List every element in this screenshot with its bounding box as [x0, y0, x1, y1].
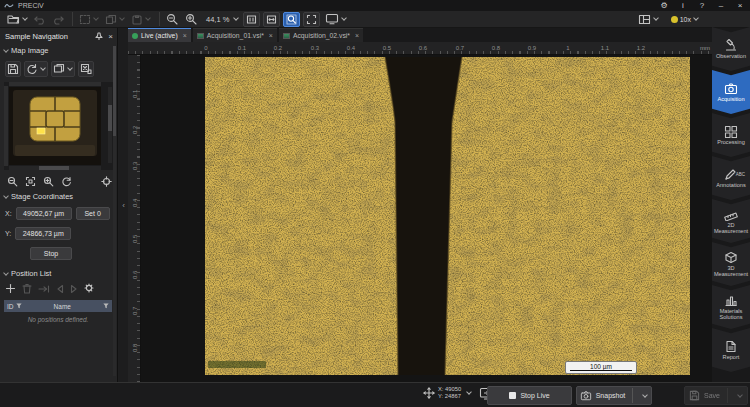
undo-button[interactable] — [32, 13, 48, 26]
column-name[interactable]: Name — [22, 303, 104, 310]
sidebar-item-acquisition[interactable]: Acquisition — [712, 70, 750, 114]
previous-position-icon[interactable] — [56, 284, 64, 294]
vertical-ruler: 0.1 0.2 0.3 0.4 0.5 0.6 0.7 0.8 — [128, 55, 141, 382]
objective-selector[interactable]: 10x — [669, 15, 701, 24]
next-position-icon[interactable] — [70, 284, 78, 294]
view-actual-size-button[interactable] — [243, 12, 260, 27]
specimen-live-image[interactable] — [205, 57, 690, 375]
sidebar-item-observation[interactable]: Observation — [712, 27, 750, 71]
stop-live-button[interactable]: Stop Live — [487, 386, 572, 405]
open-file-button[interactable] — [5, 12, 30, 26]
pin-icon[interactable] — [95, 32, 103, 40]
column-id[interactable]: ID — [7, 303, 14, 310]
delete-map-button[interactable] — [78, 61, 94, 77]
sidebar-item-2d-measurement[interactable]: 2D Measurement — [712, 199, 750, 243]
tab-close-icon[interactable]: × — [269, 32, 273, 39]
map-stage-move-button[interactable] — [99, 174, 114, 189]
stage-stop-button[interactable]: Stop — [30, 247, 72, 260]
info-icon[interactable]: i — [677, 1, 689, 10]
tab-live[interactable]: Live (active) × — [128, 28, 191, 42]
sidebar-item-label: 3D Measurement — [713, 265, 749, 278]
smartcard-chip-overview[interactable] — [9, 87, 101, 165]
tab-close-icon[interactable]: × — [355, 32, 359, 39]
sidebar-item-label: Observation — [713, 53, 749, 59]
minimize-icon[interactable]: – — [715, 1, 727, 10]
live-image-canvas[interactable]: 0.1 0.2 0.3 0.4 0.5 0.6 0.7 0.8 — [128, 55, 712, 382]
map-zoom-in-button[interactable] — [41, 174, 56, 189]
copy-icon — [105, 14, 117, 25]
fullscreen-icon — [306, 14, 317, 25]
map-ruler-vertical — [4, 86, 8, 166]
zoom-level-value: 44,1 % — [204, 15, 231, 24]
map-rotate-button[interactable] — [59, 174, 74, 189]
sidebar-item-report[interactable]: Report — [712, 328, 750, 372]
tab-acquisition-02[interactable]: Acquisition_02.vsi* × — [279, 28, 363, 42]
save-button[interactable]: Save — [684, 386, 748, 405]
horizontal-ruler: 0 0.1 0.2 0.3 0.4 0.5 0.6 0.7 0.8 0.9 1 … — [128, 42, 712, 55]
tab-label: Live (active) — [141, 32, 178, 39]
save-dropdown-icon[interactable] — [737, 392, 743, 398]
save-icon — [689, 390, 700, 401]
stop-square-icon — [509, 392, 516, 399]
display-mode-button[interactable] — [323, 12, 349, 26]
tab-close-icon[interactable]: × — [183, 32, 187, 39]
goto-position-icon[interactable] — [38, 284, 50, 294]
section-position-list[interactable]: Position List — [4, 269, 114, 278]
refresh-icon — [26, 63, 38, 75]
map-overlay-button[interactable] — [51, 61, 75, 77]
snapshot-button[interactable]: Snapshot — [576, 386, 652, 405]
map-fit-button[interactable] — [23, 174, 38, 189]
zoom-in-button[interactable] — [183, 12, 200, 26]
sidebar-item-annotations[interactable]: ABC Annotations — [712, 156, 750, 200]
section-label: Position List — [11, 269, 51, 278]
fit-width-button[interactable] — [263, 12, 280, 27]
bottom-action-bar: X: 49050 Y: 24867 Stop Live Snapshot — [0, 382, 750, 407]
position-settings-gear-icon[interactable] — [84, 283, 96, 294]
section-map-image[interactable]: Map Image — [4, 46, 114, 55]
snapshot-dropdown-icon[interactable] — [642, 392, 648, 398]
copy-button[interactable] — [103, 13, 127, 26]
sidebar-item-3d-measurement[interactable]: 3D Measurement — [712, 242, 750, 286]
stage-x-value[interactable]: 49052,67 µm — [16, 207, 72, 220]
zoom-out-button[interactable] — [164, 12, 181, 26]
map-image-viewport[interactable] — [4, 82, 114, 170]
sample-navigation-panel: Sample Navigation × Map Image — [0, 28, 118, 382]
panel-scrollbar[interactable] — [113, 46, 116, 376]
application-window: PRECiV ⚙ i ? – × — [0, 0, 750, 407]
objective-magnification: 10x — [680, 16, 691, 23]
stage-position-readout[interactable]: X: 49050 Y: 24867 — [423, 386, 494, 400]
redo-button[interactable] — [50, 13, 66, 26]
map-vertical-scrollbar[interactable] — [108, 87, 112, 163]
map-horizontal-scrollbar[interactable] — [9, 166, 101, 170]
panel-collapse-handle[interactable]: ‹ — [119, 28, 128, 382]
fullscreen-button[interactable] — [303, 12, 320, 27]
zoom-level-select[interactable]: 44,1 % — [202, 14, 241, 25]
panel-close-icon[interactable]: × — [108, 32, 113, 41]
section-stage-coordinates[interactable]: Stage Coordinates — [4, 192, 114, 201]
settings-gear-icon[interactable]: ⚙ — [658, 1, 670, 10]
sidebar-item-processing[interactable]: Processing — [712, 113, 750, 157]
set-zero-button[interactable]: Set 0 — [76, 207, 110, 220]
processing-tiles-icon — [724, 125, 738, 138]
collapse-chevron-icon — [3, 193, 9, 199]
select-tool-button[interactable] — [77, 13, 101, 26]
move-crosshair-icon — [423, 387, 435, 399]
save-map-button[interactable] — [5, 61, 21, 77]
help-icon[interactable]: ? — [696, 1, 708, 10]
add-position-icon[interactable] — [5, 283, 16, 294]
delete-position-icon[interactable] — [22, 283, 32, 294]
crosshair-icon — [101, 176, 112, 187]
paste-button[interactable] — [129, 13, 153, 26]
sidebar-item-materials-solutions[interactable]: Materials Solutions — [712, 285, 750, 329]
one-to-one-icon — [246, 14, 257, 25]
close-icon[interactable]: × — [734, 1, 746, 10]
stage-y-value[interactable]: 24866,73 µm — [15, 227, 71, 240]
fit-to-screen-button[interactable] — [283, 12, 300, 27]
layout-select-button[interactable] — [636, 13, 661, 26]
map-zoom-out-button[interactable] — [5, 174, 20, 189]
map-image-toolbar — [5, 61, 94, 77]
tab-acquisition-01[interactable]: Acquisition_01.vsi* × — [193, 28, 277, 42]
refresh-map-button[interactable] — [24, 61, 48, 77]
filter-funnel-icon[interactable] — [103, 303, 109, 309]
objective-color-icon — [671, 16, 678, 23]
